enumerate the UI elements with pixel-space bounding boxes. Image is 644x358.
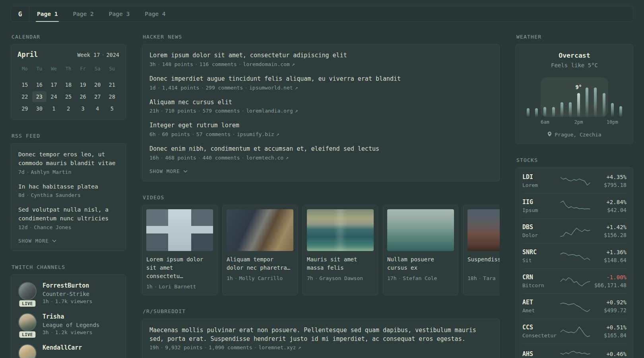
stock-sparkline <box>561 175 590 187</box>
twitch-avatar-wrap: LIVE <box>18 313 37 335</box>
hackernews-item-meta: 21h·710 points·579 comments·loremlandia.… <box>149 108 492 114</box>
rss-show-more-button[interactable]: SHOW MORE <box>18 238 118 244</box>
calendar-day[interactable]: 17 <box>47 79 61 90</box>
weekday-label: We <box>47 64 61 74</box>
weather-bar <box>541 84 549 117</box>
hackernews-item-title[interactable]: Lorem ipsum dolor sit amet, consectetur … <box>149 51 492 60</box>
calendar-day[interactable]: 15 <box>17 79 32 90</box>
hackernews-item-title[interactable]: Integer eget rutrum lorem <box>149 121 492 130</box>
subreddit-card: Maecenas mollis pulvinar erat non posuer… <box>142 319 500 358</box>
video-thumbnail[interactable] <box>227 209 293 251</box>
hour-label: 2pm <box>574 119 583 125</box>
twitch-channel-name[interactable]: ForrestBurton <box>43 282 92 289</box>
calendar-day[interactable]: 20 <box>90 79 105 90</box>
calendar-day[interactable]: 23 <box>32 91 47 102</box>
video-title[interactable]: Mauris sit amet massa felis <box>307 255 374 272</box>
video-thumbnail[interactable] <box>387 209 454 251</box>
stock-row[interactable]: IIGIpsum +2.84%$42.04 <box>522 193 627 218</box>
calendar-day[interactable]: 26 <box>76 91 90 102</box>
calendar-day[interactable]: 19 <box>76 79 90 90</box>
calendar-day[interactable]: 5 <box>105 103 119 114</box>
hackernews-item-domain[interactable]: loremtech.co <box>246 155 283 161</box>
dot-separator: · <box>26 192 29 198</box>
weather-bar <box>558 84 566 117</box>
calendar-day[interactable]: 21 <box>105 79 119 90</box>
tab-page-3[interactable]: Page 3 <box>104 6 135 21</box>
rss-item-title[interactable]: In hac habitasse platea <box>18 183 118 191</box>
hackernews-item-meta: 16h·468 points·440 comments·loremtech.co… <box>149 155 492 161</box>
stock-change: +0.51% <box>604 324 627 331</box>
calendar-day[interactable]: 27 <box>90 91 105 102</box>
video-meta: 7h·Grayson Dawson <box>307 275 374 281</box>
video-card[interactable]: Suspendisse diam 18h·Tara <box>463 205 500 295</box>
calendar-day[interactable]: 25 <box>61 91 76 102</box>
video-thumbnail[interactable] <box>146 209 213 251</box>
hackernews-item-domain[interactable]: ipsumworld.net <box>249 85 293 91</box>
video-title[interactable]: Suspendisse diam <box>467 255 500 272</box>
video-title[interactable]: Nullam posuere cursus ex <box>387 255 454 272</box>
stock-price: $66,171.48 <box>594 282 627 288</box>
video-title[interactable]: Aliquam tempor dolor nec pharetra… <box>227 255 293 272</box>
twitch-channel-row[interactable]: KendallCarr <box>18 344 118 358</box>
hackernews-item-domain[interactable]: loremlandia.org <box>246 108 293 114</box>
stock-row[interactable]: LDILorem +4.35%$795.18 <box>522 169 627 193</box>
calendar-day[interactable]: 4 <box>90 103 105 114</box>
calendar-day[interactable]: 18 <box>61 79 76 90</box>
hackernews-item-domain[interactable]: ipsumify.biz <box>237 131 274 137</box>
tab-page-4[interactable]: Page 4 <box>140 6 171 21</box>
calendar-day[interactable]: 30 <box>32 103 47 114</box>
stock-row[interactable]: SNRCSit +1.36%$148.64 <box>522 243 627 268</box>
twitch-channel-name[interactable]: KendallCarr <box>43 344 82 351</box>
hackernews-item-title[interactable]: Donec enim nibh, condimentum et accumsan… <box>149 145 492 154</box>
stock-change: +1.42% <box>604 224 627 230</box>
hackernews-item-title[interactable]: Aliquam nec cursus elit <box>149 98 492 107</box>
twitch-channel-row[interactable]: LIVE ForrestBurton Counter-Strike 1h·1.7… <box>18 282 118 304</box>
stock-price: $795.18 <box>604 182 627 188</box>
videos-carousel[interactable]: Lorem ipsum dolor sit amet consectetu… 1… <box>142 205 500 295</box>
tab-page-2[interactable]: Page 2 <box>68 6 99 21</box>
video-card[interactable]: Nullam posuere cursus ex 17h·Stefan Cole <box>383 205 458 295</box>
stock-row[interactable]: DBSDolor +1.42%$156.28 <box>522 218 627 243</box>
dot-separator: · <box>160 155 163 161</box>
rss-item-title[interactable]: Donec tempor eros leo, ut commodo mauris… <box>18 150 118 168</box>
hackernews-item-title[interactable]: Donec imperdiet augue tincidunt felis al… <box>149 75 492 84</box>
calendar-day[interactable]: 28 <box>105 91 119 102</box>
stock-row[interactable]: CRNBitcorn -1.00%$66,171.48 <box>522 268 627 294</box>
location-pin-icon <box>547 131 552 138</box>
video-title[interactable]: Lorem ipsum dolor sit amet consectetu… <box>146 255 213 280</box>
stock-ticker: DBS <box>522 224 561 231</box>
weather-chart: 9° 6am2pm10pm <box>524 77 625 126</box>
calendar-day[interactable]: 2 <box>61 103 76 114</box>
weekday-label: Su <box>105 64 119 74</box>
twitch-channel-row[interactable]: LIVE Trisha League of Legends 3h·1.2k vi… <box>18 313 118 335</box>
tab-page-1[interactable]: Page 1 <box>32 6 63 21</box>
video-card[interactable]: Aliquam tempor dolor nec pharetra… 1h·Mo… <box>222 205 298 295</box>
twitch-channel-name[interactable]: Trisha <box>43 313 99 320</box>
calendar-day[interactable]: 24 <box>47 91 61 102</box>
nav-tabs: Page 1 Page 2 Page 3 Page 4 <box>29 6 173 21</box>
twitch-section: TWITCH CHANNELS LIVE ForrestBurton Count… <box>11 264 126 358</box>
hackernews-item-domain[interactable]: loremdomain.com <box>243 61 289 67</box>
stock-row[interactable]: CCSConsectetur +0.51%$165.84 <box>522 319 627 344</box>
calendar-section: CALENDAR April Week 17·2024 Mo Tu We Th … <box>11 34 126 120</box>
calendar-day[interactable]: 16 <box>32 79 47 90</box>
rss-item-meta: 7d·Ashlyn Martin <box>18 169 118 175</box>
calendar-day[interactable]: 22 <box>17 91 32 102</box>
app-logo[interactable]: G <box>11 6 29 21</box>
reddit-post-title[interactable]: Maecenas mollis pulvinar erat non posuer… <box>149 326 492 344</box>
rss-item-title[interactable]: Sed volutpat nulla nisl, a condimentum n… <box>18 206 118 223</box>
stock-row[interactable]: AETAmet +0.92%$499.72 <box>522 294 627 319</box>
external-link-icon: ↗ <box>285 155 289 161</box>
calendar-day[interactable]: 29 <box>17 103 32 114</box>
calendar-day[interactable]: 1 <box>47 103 61 114</box>
reddit-post-domain[interactable]: loremnet.xyz <box>258 344 296 350</box>
video-thumbnail[interactable] <box>467 209 500 251</box>
video-thumbnail[interactable] <box>307 209 374 251</box>
calendar-day[interactable]: 3 <box>76 103 90 114</box>
hackernews-show-more-button[interactable]: SHOW MORE <box>149 168 492 174</box>
stock-row[interactable]: AHS +0.46% <box>522 344 627 358</box>
live-badge: LIVE <box>19 300 35 307</box>
video-card[interactable]: Mauris sit amet massa felis 7h·Grayson D… <box>303 205 378 295</box>
top-navbar: G Page 1 Page 2 Page 3 Page 4 <box>11 6 633 22</box>
video-card[interactable]: Lorem ipsum dolor sit amet consectetu… 1… <box>142 205 217 295</box>
